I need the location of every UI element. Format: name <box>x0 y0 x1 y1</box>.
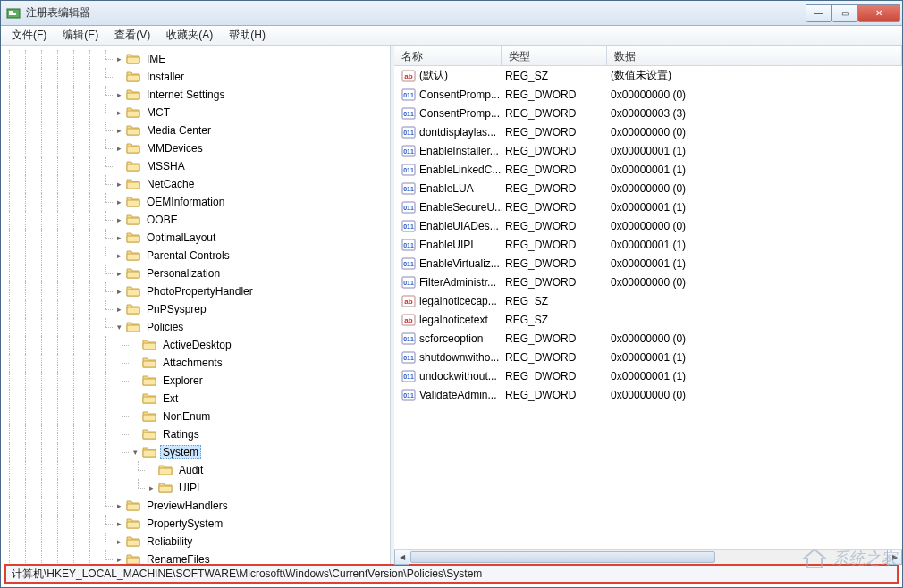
maximize-button[interactable]: ▭ <box>831 4 858 22</box>
col-header-type[interactable]: 类型 <box>502 46 607 65</box>
tree-item[interactable]: ▸NetCache <box>1 175 390 193</box>
list-row[interactable]: 011EnableUIPIREG_DWORD0x00000001 (1) <box>394 235 902 254</box>
minimize-button[interactable]: — <box>806 4 832 22</box>
binary-value-icon: 011 <box>401 388 416 402</box>
tree-item[interactable]: ▸RenameFiles <box>1 550 390 564</box>
list-row[interactable]: 011EnableVirtualiz...REG_DWORD0x00000001… <box>394 254 902 273</box>
tree-item-label: Policies <box>144 320 186 334</box>
tree-item[interactable]: ▾System <box>1 443 390 461</box>
tree-item[interactable]: ▸UIPI <box>1 479 390 497</box>
folder-icon <box>126 284 140 298</box>
tree-item[interactable]: ActiveDesktop <box>1 336 390 354</box>
chevron-right-icon[interactable]: ▸ <box>114 268 124 279</box>
svg-text:011: 011 <box>403 336 414 342</box>
chevron-right-icon[interactable]: ▸ <box>114 89 124 100</box>
list-row[interactable]: 011shutdownwitho...REG_DWORD0x00000001 (… <box>394 348 902 366</box>
menu-help[interactable]: 帮助(H) <box>222 26 273 45</box>
list-row[interactable]: ablegalnoticecap...REG_SZ <box>394 291 902 310</box>
value-type: REG_DWORD <box>502 145 607 157</box>
binary-value-icon: 011 <box>401 125 416 139</box>
close-button[interactable]: ✕ <box>857 4 900 22</box>
col-header-name[interactable]: 名称 <box>394 46 502 65</box>
chevron-right-icon[interactable]: ▸ <box>114 518 124 529</box>
tree-item[interactable]: ▸Parental Controls <box>1 247 390 265</box>
menu-favorites[interactable]: 收藏夹(A) <box>159 26 220 45</box>
chevron-right-icon[interactable]: ▸ <box>114 286 124 297</box>
tree-item[interactable]: ▸OOBE <box>1 211 390 229</box>
list-row[interactable]: 011EnableSecureU...REG_DWORD0x00000001 (… <box>394 197 902 216</box>
value-name: shutdownwitho... <box>419 351 499 364</box>
chevron-right-icon[interactable]: ▸ <box>114 125 124 136</box>
titlebar[interactable]: 注册表编辑器 — ▭ ✕ <box>1 1 902 26</box>
chevron-right-icon[interactable]: ▸ <box>114 214 124 225</box>
tree-item-label: Ratings <box>160 427 202 441</box>
chevron-right-icon[interactable]: ▸ <box>114 197 124 207</box>
list-row[interactable]: ab(默认)REG_SZ(数值未设置) <box>394 66 902 85</box>
list-row[interactable]: 011undockwithout...REG_DWORD0x00000001 (… <box>394 366 902 385</box>
binary-value-icon: 011 <box>401 163 416 177</box>
list-row[interactable]: 011scforceoptionREG_DWORD0x00000000 (0) <box>394 329 902 348</box>
tree-item[interactable]: ▸PhotoPropertyHandler <box>1 282 390 300</box>
tree-pane[interactable]: ▸IMEInstaller▸Internet Settings▸MCT▸Medi… <box>1 46 391 564</box>
tree-item[interactable]: Installer <box>1 68 390 86</box>
list-row[interactable]: 011dontdisplaylas...REG_DWORD0x00000000 … <box>394 122 902 141</box>
tree-item-label: ActiveDesktop <box>160 338 234 352</box>
list-row[interactable]: 011EnableInstaller...REG_DWORD0x00000001… <box>394 141 902 160</box>
tree-item[interactable]: MSSHA <box>1 157 390 175</box>
tree-item[interactable]: ▸Internet Settings <box>1 86 390 104</box>
list-row[interactable]: 011ConsentPromp...REG_DWORD0x00000000 (0… <box>394 85 902 104</box>
tree-item[interactable]: ▸Reliability <box>1 533 390 550</box>
list-body[interactable]: ab(默认)REG_SZ(数值未设置)011ConsentPromp...REG… <box>394 66 902 549</box>
tree-item[interactable]: ▸MCT <box>1 104 390 122</box>
value-type: REG_DWORD <box>502 220 607 232</box>
scroll-right-arrow-icon[interactable]: ▶ <box>887 550 902 565</box>
chevron-right-icon[interactable]: ▸ <box>114 500 124 511</box>
chevron-right-icon[interactable]: ▸ <box>114 232 124 243</box>
list-row[interactable]: 011EnableLinkedC...REG_DWORD0x00000001 (… <box>394 160 902 179</box>
chevron-right-icon[interactable]: ▸ <box>114 107 124 118</box>
list-row[interactable]: 011ValidateAdmin...REG_DWORD0x00000000 (… <box>394 385 902 404</box>
chevron-right-icon[interactable]: ▸ <box>114 179 124 189</box>
chevron-right-icon[interactable]: ▸ <box>114 536 124 547</box>
chevron-right-icon[interactable]: ▸ <box>114 554 124 564</box>
chevron-right-icon[interactable]: ▸ <box>146 483 156 493</box>
chevron-right-icon[interactable]: ▸ <box>114 143 124 154</box>
tree-item[interactable]: ▸PreviewHandlers <box>1 497 390 515</box>
scroll-thumb[interactable] <box>410 551 715 563</box>
col-header-data[interactable]: 数据 <box>607 46 902 65</box>
list-row[interactable]: 011EnableUIADes...REG_DWORD0x00000000 (0… <box>394 216 902 235</box>
tree-item[interactable]: ▸OptimalLayout <box>1 229 390 247</box>
tree-item[interactable]: ▸Personalization <box>1 265 390 282</box>
tree-item[interactable]: ▸PropertySystem <box>1 515 390 533</box>
menu-view[interactable]: 查看(V) <box>107 26 157 45</box>
folder-icon <box>126 231 140 245</box>
tree-item[interactable]: ▸MMDevices <box>1 139 390 157</box>
tree-item[interactable]: ▸PnPSysprep <box>1 300 390 318</box>
tree-item[interactable]: Explorer <box>1 372 390 390</box>
tree-item-label: UIPI <box>176 481 202 495</box>
tree-item[interactable]: ▾Policies <box>1 318 390 336</box>
tree-item[interactable]: ▸Media Center <box>1 122 390 139</box>
chevron-right-icon[interactable]: ▸ <box>114 304 124 315</box>
horizontal-scrollbar[interactable]: ◀ ▶ <box>394 549 902 564</box>
chevron-right-icon[interactable]: ▸ <box>114 54 124 64</box>
tree-item[interactable]: ▸IME <box>1 50 390 68</box>
tree-item[interactable]: Ratings <box>1 425 390 443</box>
svg-text:011: 011 <box>403 392 414 399</box>
list-row[interactable]: 011ConsentPromp...REG_DWORD0x00000003 (3… <box>394 104 902 122</box>
chevron-down-icon[interactable]: ▾ <box>114 322 124 332</box>
menu-file[interactable]: 文件(F) <box>4 26 54 45</box>
tree-item[interactable]: ▸OEMInformation <box>1 193 390 211</box>
chevron-right-icon[interactable]: ▸ <box>114 250 124 261</box>
menu-edit[interactable]: 编辑(E) <box>55 26 105 45</box>
tree-item[interactable]: Attachments <box>1 354 390 372</box>
tree-item[interactable]: Audit <box>1 461 390 479</box>
tree-item[interactable]: Ext <box>1 390 390 407</box>
tree-item[interactable]: NonEnum <box>1 407 390 425</box>
chevron-down-icon[interactable]: ▾ <box>130 447 140 458</box>
list-row[interactable]: 011FilterAdministr...REG_DWORD0x00000000… <box>394 273 902 291</box>
svg-text:011: 011 <box>403 148 414 155</box>
list-row[interactable]: 011EnableLUAREG_DWORD0x00000000 (0) <box>394 179 902 197</box>
list-row[interactable]: ablegalnoticetextREG_SZ <box>394 310 902 329</box>
scroll-left-arrow-icon[interactable]: ◀ <box>394 550 409 565</box>
